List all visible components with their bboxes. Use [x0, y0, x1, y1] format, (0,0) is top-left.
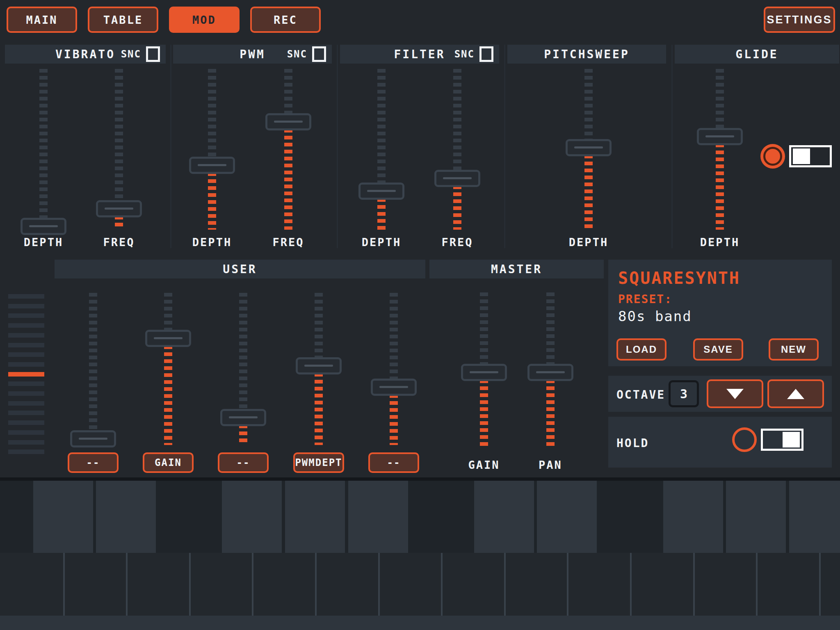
user-slot-3-thumb[interactable] [220, 409, 266, 426]
tab-main[interactable]: MAIN [7, 7, 77, 33]
user-slot-1-thumb[interactable] [70, 430, 116, 447]
new-button[interactable]: NEW [769, 338, 819, 361]
vibrato-sync-group: SNC [121, 45, 160, 64]
tab-table[interactable]: TABLE [88, 7, 158, 33]
pwm-sync-group: SNC [287, 45, 326, 64]
page-indicator-bar[interactable] [8, 381, 44, 386]
user-slot-4-assign-button[interactable]: PWMDEPT [293, 452, 344, 473]
white-key[interactable] [126, 553, 189, 616]
hold-toggle[interactable] [761, 429, 803, 451]
hold-led-icon[interactable] [732, 427, 757, 452]
page-indicator-bar[interactable] [8, 411, 44, 415]
user-slot-5-thumb[interactable] [371, 379, 417, 396]
filter-title: FILTER [394, 48, 445, 61]
white-key[interactable] [189, 553, 252, 616]
master-pan-track-active [546, 372, 555, 449]
filter-freq-track [453, 69, 461, 178]
white-key[interactable] [63, 553, 126, 616]
pitchsweep-depth-label: DEPTH [569, 236, 608, 249]
page-indicator-bar[interactable] [8, 440, 44, 445]
save-button[interactable]: SAVE [693, 338, 743, 361]
white-key[interactable] [819, 553, 840, 616]
filter-depth-thumb[interactable] [358, 183, 404, 200]
black-key[interactable] [789, 481, 840, 553]
vibrato-depth-thumb[interactable] [21, 218, 66, 235]
black-key[interactable] [663, 481, 723, 553]
filter-section-header: FILTERSNC [340, 45, 499, 64]
user-slot-4-track [315, 293, 323, 366]
user-slot-5-track [390, 293, 398, 387]
black-key[interactable] [348, 481, 408, 553]
settings-button[interactable]: SETTINGS [764, 7, 835, 33]
page-indicator-bar-active[interactable] [8, 372, 44, 377]
triangle-down-icon [726, 389, 744, 399]
pwm-sync-checkbox[interactable] [312, 46, 326, 62]
page-indicator-bar[interactable] [8, 304, 44, 308]
page-indicator-bar[interactable] [8, 333, 44, 338]
black-key[interactable] [96, 481, 156, 553]
user-slot-2-thumb[interactable] [145, 330, 191, 347]
white-key[interactable] [567, 553, 630, 616]
glide-depth-track-active [716, 137, 724, 230]
glide-title: GLIDE [735, 48, 778, 61]
octave-label: OCTAVE [616, 388, 665, 402]
filter-freq-label: FREQ [441, 236, 473, 249]
tab-rec[interactable]: REC [250, 7, 321, 33]
page-indicator-bar[interactable] [8, 313, 44, 318]
white-key[interactable] [315, 553, 378, 616]
white-key[interactable] [693, 553, 756, 616]
page-indicator-bar[interactable] [8, 430, 44, 435]
pwm-section-header: PWMSNC [173, 45, 332, 64]
page-indicator-bar[interactable] [8, 323, 44, 328]
pwm-depth-track-active [208, 165, 216, 230]
black-key[interactable] [222, 481, 282, 553]
tab-mod[interactable]: MOD [169, 7, 240, 33]
vibrato-freq-thumb[interactable] [96, 200, 142, 217]
page-indicator-bar[interactable] [8, 401, 44, 406]
master-pan-thumb[interactable] [527, 364, 573, 381]
octave-down-button[interactable] [707, 379, 763, 408]
load-button[interactable]: LOAD [616, 338, 667, 361]
pitchsweep-depth-thumb[interactable] [566, 139, 612, 156]
white-key[interactable] [756, 553, 819, 616]
filter-sync-checkbox[interactable] [479, 46, 493, 62]
vibrato-depth-label: DEPTH [24, 236, 63, 249]
white-key[interactable] [0, 553, 63, 616]
black-key[interactable] [537, 481, 597, 553]
white-key[interactable] [441, 553, 504, 616]
user-slot-1-track [89, 293, 97, 439]
divider [671, 45, 673, 248]
master-gain-thumb[interactable] [461, 364, 507, 381]
glide-depth-thumb[interactable] [697, 128, 743, 145]
white-key[interactable] [630, 553, 693, 616]
glide-led-icon[interactable] [760, 144, 785, 169]
glide-toggle[interactable] [789, 145, 832, 167]
page-indicator-bar[interactable] [8, 450, 44, 454]
user-slot-1-assign-button[interactable]: -- [68, 452, 119, 473]
page-indicator-bar[interactable] [8, 362, 44, 367]
white-key[interactable] [252, 553, 315, 616]
filter-freq-thumb[interactable] [434, 170, 480, 187]
white-key[interactable] [378, 553, 441, 616]
black-key[interactable] [285, 481, 345, 553]
black-key[interactable] [474, 481, 534, 553]
user-slot-3-assign-button[interactable]: -- [218, 452, 269, 473]
toggle-knob [783, 432, 800, 447]
white-key[interactable] [504, 553, 567, 616]
pwm-depth-thumb[interactable] [189, 157, 235, 174]
black-key[interactable] [33, 481, 93, 553]
pwm-depth-label: DEPTH [192, 236, 232, 249]
master-gain-label: GAIN [468, 459, 500, 471]
user-slot-5-assign-button[interactable]: -- [368, 452, 419, 473]
page-indicator-bar[interactable] [8, 420, 44, 425]
page-indicator-bar[interactable] [8, 343, 44, 347]
page-indicator-bar[interactable] [8, 352, 44, 357]
page-indicator-bar[interactable] [8, 294, 44, 299]
octave-up-button[interactable] [767, 379, 824, 408]
user-slot-4-thumb[interactable] [296, 357, 342, 374]
vibrato-sync-checkbox[interactable] [146, 46, 160, 62]
pwm-freq-thumb[interactable] [265, 113, 311, 130]
black-key[interactable] [726, 481, 786, 553]
user-slot-2-assign-button[interactable]: GAIN [143, 452, 194, 473]
page-indicator-bar[interactable] [8, 391, 44, 396]
